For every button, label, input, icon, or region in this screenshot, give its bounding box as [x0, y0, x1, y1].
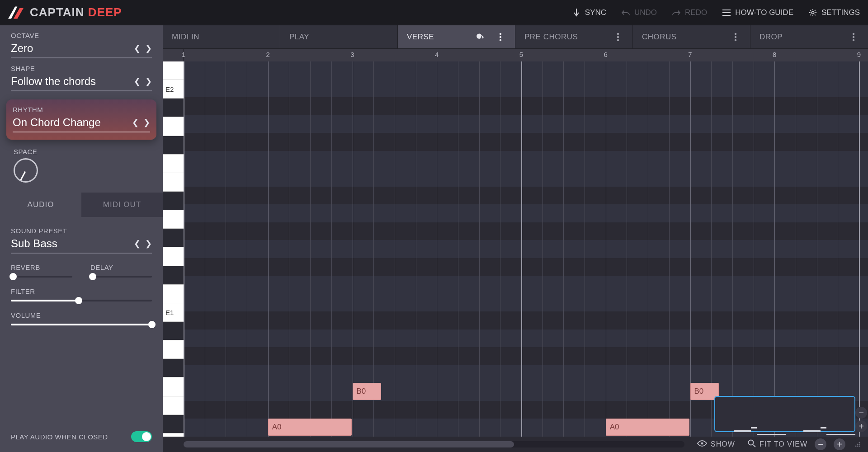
shape-label: SHAPE [11, 65, 152, 72]
io-tabs: AUDIO MIDI OUT [0, 193, 163, 217]
cloud-download-icon[interactable] [476, 32, 487, 42]
rhythm-label: RHYTHM [13, 106, 150, 113]
play-closed-toggle[interactable] [131, 431, 152, 442]
delay-label: DELAY [90, 264, 152, 271]
sidebar: OCTAVE Zero ❮ ❯ SHAPE Follow the chords … [0, 25, 163, 452]
resize-grip-icon[interactable] [854, 440, 862, 448]
sound-preset-param: SOUND PRESET Sub Bass ❮ ❯ [11, 227, 152, 254]
play-closed-label: PLAY AUDIO WHEN CLOSED [11, 433, 108, 441]
fit-button[interactable]: FIT TO VIEW [748, 439, 807, 449]
svg-point-5 [500, 39, 501, 41]
redo-icon [672, 9, 680, 17]
sound-preset-label: SOUND PRESET [11, 227, 152, 235]
tab-audio[interactable]: AUDIO [0, 193, 81, 217]
settings-button[interactable]: SETTINGS [809, 8, 860, 17]
svg-point-2 [811, 11, 814, 14]
vertical-zoom: − + [853, 407, 867, 432]
svg-point-22 [859, 446, 860, 447]
vzoom-in[interactable]: + [855, 420, 867, 432]
search-icon [748, 439, 756, 449]
octave-next[interactable]: ❯ [145, 43, 152, 53]
hzoom-in[interactable]: + [834, 438, 845, 450]
svg-point-19 [859, 444, 860, 445]
vzoom-out[interactable]: − [855, 407, 867, 419]
sync-icon [572, 9, 580, 17]
tab-menu-icon[interactable] [495, 32, 506, 42]
svg-point-13 [853, 36, 854, 38]
svg-point-10 [735, 36, 736, 38]
bottom-bar: SHOW FIT TO VIEW − + [163, 437, 868, 452]
svg-point-18 [857, 444, 859, 445]
octave-value[interactable]: Zero [11, 42, 33, 55]
tab-verse[interactable]: VERSE [398, 25, 515, 48]
filter-param: FILTER [11, 287, 152, 301]
tab-menu-icon[interactable] [613, 32, 623, 42]
section-tabs: MIDI IN PLAY VERSE PRE CHORUS CHORUS [163, 25, 868, 49]
space-param: SPACE [0, 140, 163, 193]
midi-note[interactable]: B0 [353, 383, 381, 400]
list-icon [722, 9, 731, 17]
tab-menu-icon[interactable] [730, 32, 741, 42]
space-knob[interactable] [14, 158, 38, 183]
rhythm-prev[interactable]: ❮ [132, 118, 139, 127]
minimap[interactable] [714, 396, 855, 432]
octave-prev[interactable]: ❮ [134, 43, 141, 53]
svg-point-20 [855, 446, 857, 447]
rhythm-next[interactable]: ❯ [143, 118, 150, 127]
reverb-label: REVERB [11, 264, 72, 271]
shape-next[interactable]: ❯ [145, 76, 152, 86]
tab-menu-icon[interactable] [848, 32, 859, 42]
sound-preset-value[interactable]: Sub Bass [11, 237, 57, 250]
hzoom-out[interactable]: − [815, 438, 826, 450]
svg-point-7 [617, 36, 619, 38]
filter-slider[interactable] [11, 300, 152, 301]
piano-roll[interactable]: E2E1 E0A0B0G0E0A0B0G0 [163, 61, 868, 452]
undo-button[interactable]: UNDO [622, 8, 657, 17]
svg-point-15 [701, 443, 703, 445]
svg-point-12 [853, 33, 854, 34]
guide-button[interactable]: HOW-TO GUIDE [722, 8, 793, 17]
sound-prev[interactable]: ❮ [134, 239, 141, 249]
volume-slider[interactable] [11, 324, 152, 325]
audio-panel: SOUND PRESET Sub Bass ❮ ❯ REVERB [0, 217, 163, 452]
eye-icon [697, 440, 707, 448]
space-label: SPACE [14, 148, 152, 155]
tab-midi-in[interactable]: MIDI IN [163, 25, 280, 48]
sound-next[interactable]: ❯ [145, 239, 152, 249]
svg-point-6 [617, 33, 619, 34]
svg-point-17 [859, 442, 860, 443]
octave-param: OCTAVE Zero ❮ ❯ [0, 25, 163, 58]
redo-button[interactable]: REDO [672, 8, 707, 17]
delay-param: DELAY [90, 264, 152, 278]
rhythm-param: RHYTHM On Chord Change ❮ ❯ [6, 99, 156, 140]
header: CAPTAIN DEEP SYNC UNDO REDO HOW-TO GUIDE… [0, 0, 868, 25]
rhythm-value[interactable]: On Chord Change [13, 116, 101, 129]
timeline-ruler[interactable]: 123456789 [163, 49, 868, 61]
reverb-param: REVERB [11, 264, 72, 278]
midi-note[interactable]: A0 [606, 419, 689, 436]
volume-param: VOLUME [11, 311, 152, 325]
shape-param: SHAPE Follow the chords ❮ ❯ [0, 58, 163, 91]
sync-button[interactable]: SYNC [572, 8, 606, 17]
svg-point-3 [500, 33, 501, 34]
delay-slider[interactable] [90, 276, 152, 278]
gear-icon [809, 9, 817, 17]
note-grid[interactable]: E0A0B0G0E0A0B0G0 [184, 61, 868, 452]
tab-pre-chorus[interactable]: PRE CHORUS [515, 25, 633, 48]
app-title: CAPTAIN DEEP [30, 5, 122, 19]
tab-play[interactable]: PLAY [280, 25, 398, 48]
tab-midi-out[interactable]: MIDI OUT [81, 193, 163, 217]
tab-chorus[interactable]: CHORUS [633, 25, 750, 48]
reverb-slider[interactable] [11, 276, 72, 278]
tab-drop[interactable]: DROP [750, 25, 868, 48]
undo-icon [622, 9, 630, 17]
svg-point-4 [500, 36, 501, 38]
piano-keys[interactable]: E2E1 [163, 61, 184, 452]
shape-prev[interactable]: ❮ [134, 76, 141, 86]
octave-label: OCTAVE [11, 32, 152, 39]
h-scrollbar[interactable] [184, 441, 684, 447]
midi-note[interactable]: A0 [268, 419, 352, 436]
svg-point-9 [735, 33, 736, 34]
shape-value[interactable]: Follow the chords [11, 75, 96, 88]
show-button[interactable]: SHOW [697, 440, 735, 448]
